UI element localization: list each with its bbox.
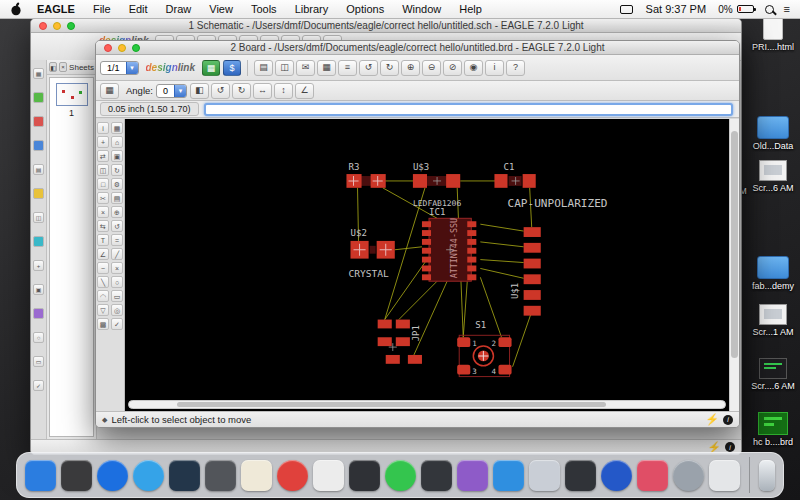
dock-icon[interactable]	[241, 460, 272, 491]
toolbar-button[interactable]: ↺	[211, 83, 230, 99]
info-icon[interactable]: i	[723, 415, 733, 425]
dock-icon[interactable]	[637, 460, 668, 491]
tool-button[interactable]: ▩	[97, 318, 109, 330]
tool-button[interactable]: ×	[97, 206, 109, 218]
zoom-button[interactable]	[132, 44, 140, 52]
dock-icon[interactable]	[169, 460, 200, 491]
toolbar-button[interactable]: ⊕	[401, 60, 420, 76]
toolbar-button[interactable]: ?	[506, 60, 525, 76]
grid-button[interactable]: ▦	[100, 83, 119, 99]
tool-button[interactable]: ▭	[33, 356, 44, 367]
tool-button[interactable]: ▦	[111, 122, 123, 134]
tool-button[interactable]: ▦	[33, 68, 44, 79]
tool-button[interactable]: ◫	[33, 212, 44, 223]
desktop-icon[interactable]: hc b....brd	[746, 412, 800, 447]
close-button[interactable]	[39, 22, 47, 30]
dock-icon[interactable]	[493, 460, 524, 491]
tool-button[interactable]: i	[97, 122, 109, 134]
component-s1[interactable]: S1 1 2 3 4	[457, 321, 511, 377]
menu-item[interactable]: Help	[450, 3, 491, 15]
toolbar-button[interactable]: ⊘	[443, 60, 462, 76]
dock-icon[interactable]	[61, 460, 92, 491]
component-c1[interactable]: C1 CAP-UNPOLARIZED	[494, 162, 607, 210]
info-icon[interactable]: i	[725, 442, 735, 452]
tool-button[interactable]: ◎	[111, 304, 123, 316]
menu-item[interactable]: View	[200, 3, 242, 15]
panel-dock-icon[interactable]: ◧	[49, 62, 57, 72]
toolbar-button[interactable]: ◫	[275, 60, 294, 76]
dock-icon[interactable]	[421, 460, 452, 491]
dock-icon[interactable]	[349, 460, 380, 491]
tool-button[interactable]: ✓	[33, 380, 44, 391]
minimize-button[interactable]	[53, 22, 61, 30]
menu-item[interactable]: Tools	[242, 3, 286, 15]
close-button[interactable]	[104, 44, 112, 52]
desktop-icon[interactable]: Old...Data	[746, 116, 800, 151]
desktop-icon[interactable]: PRI....html	[746, 14, 800, 52]
tool-button[interactable]: ↺	[111, 220, 123, 232]
tool-button[interactable]: ▤	[111, 192, 123, 204]
dock-icon[interactable]	[133, 460, 164, 491]
menu-item[interactable]: File	[84, 3, 120, 15]
toolbar-button[interactable]: ↔	[253, 83, 272, 99]
schematic-titlebar[interactable]: 1 Schematic - /Users/dmf/Documents/eagle…	[31, 19, 741, 33]
sheet-thumbnail[interactable]	[56, 83, 88, 106]
desktop-icon[interactable]: Scr....6 AM	[746, 358, 800, 391]
panel-close-icon[interactable]: ×	[59, 62, 67, 72]
component-jp1[interactable]: JP1	[378, 320, 422, 364]
tool-button[interactable]	[33, 308, 44, 319]
menu-item[interactable]: Window	[393, 3, 450, 15]
dock-icon[interactable]	[97, 460, 128, 491]
dock-icon[interactable]	[457, 460, 488, 491]
toolbar-button[interactable]: ↻	[232, 83, 251, 99]
component-r3[interactable]: R3	[346, 162, 385, 188]
dock-icon[interactable]	[565, 460, 596, 491]
tool-button[interactable]: ◫	[97, 164, 109, 176]
tool-button[interactable]: +	[97, 136, 109, 148]
dock-icon[interactable]	[313, 460, 344, 491]
dock-icon[interactable]	[709, 460, 740, 491]
tool-button[interactable]: ▣	[111, 150, 123, 162]
toolbar-button[interactable]: ◉	[464, 60, 483, 76]
tool-button[interactable]: ◠	[97, 290, 109, 302]
scrollbar-thumb[interactable]	[731, 131, 738, 359]
vertical-scrollbar[interactable]	[729, 119, 739, 411]
tool-button[interactable]: ⚙	[111, 178, 123, 190]
notification-center-icon[interactable]: ≡	[784, 3, 790, 15]
sheet-selector[interactable]: 1/1 ▾	[100, 61, 139, 75]
component-ic1[interactable]: IC1 ATTINY44-SSU	[422, 207, 476, 281]
toolbar-button[interactable]: ◧	[190, 83, 209, 99]
tool-button[interactable]: =	[111, 234, 123, 246]
board-window[interactable]: 2 Board - /Users/dmf/Documents/eagle/cor…	[95, 40, 740, 428]
tool-button[interactable]: ⇄	[97, 150, 109, 162]
component-u2[interactable]: U$2 CRYSTAL	[348, 228, 394, 279]
toolbar-button[interactable]: ⊖	[422, 60, 441, 76]
menu-item[interactable]: Options	[337, 3, 393, 15]
dock-icon[interactable]	[673, 460, 704, 491]
tool-button[interactable]: ╲	[97, 276, 109, 288]
component-u1[interactable]: U$1	[510, 227, 541, 315]
toolbar-button[interactable]: ▤	[254, 60, 273, 76]
angle-select[interactable]: 0 ▾	[156, 84, 187, 98]
menu-item[interactable]: Library	[286, 3, 338, 15]
tool-button[interactable]: T	[97, 234, 109, 246]
toolbar-button[interactable]: ✉	[296, 60, 315, 76]
pcb-quote-button[interactable]: $	[223, 60, 241, 76]
component-u3[interactable]: U$3 LEDFAB1206	[413, 162, 462, 208]
tool-button[interactable]: ⊕	[111, 206, 123, 218]
dock-icon[interactable]	[601, 460, 632, 491]
dock-icon[interactable]	[277, 460, 308, 491]
toolbar-button[interactable]: ↺	[359, 60, 378, 76]
minimize-button[interactable]	[118, 44, 126, 52]
tool-button[interactable]: ✓	[111, 318, 123, 330]
tool-button[interactable]: ○	[111, 276, 123, 288]
toolbar-button[interactable]: ↻	[380, 60, 399, 76]
tool-button[interactable]	[33, 188, 44, 199]
zoom-button[interactable]	[67, 22, 75, 30]
designlink-status-icon[interactable]: ⚡	[705, 413, 719, 426]
tool-button[interactable]: ▤	[33, 164, 44, 175]
toolbar-button[interactable]: ↕	[274, 83, 293, 99]
apple-menu-icon[interactable]	[10, 2, 22, 16]
toolbar-button[interactable]: ≡	[338, 60, 357, 76]
tool-button[interactable]: □	[97, 178, 109, 190]
